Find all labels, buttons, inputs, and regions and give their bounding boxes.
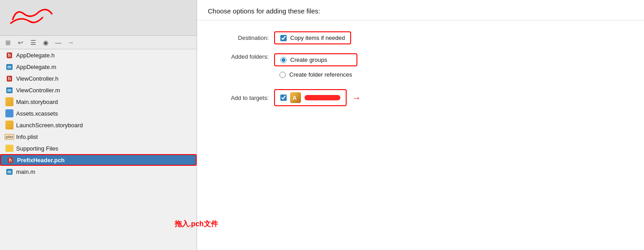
- file-name: Info.plist: [16, 134, 38, 140]
- svg-text:A: A: [292, 95, 297, 101]
- file-name: AppDelegate.h: [16, 52, 55, 59]
- radio-group-folders: Create groups Create folder references: [274, 53, 357, 80]
- toolbar-btn-1[interactable]: ⊞: [4, 38, 13, 47]
- file-name: LaunchScreen.storyboard: [16, 122, 83, 129]
- list-item[interactable]: Assets.xcassets: [0, 108, 197, 119]
- file-icon-pch: h: [6, 155, 14, 164]
- target-item-container: A: [274, 89, 347, 106]
- copy-items-checkbox[interactable]: [280, 35, 287, 41]
- sidebar-toolbar: ⊞ ↩ ☰ ◉ — →: [0, 36, 197, 49]
- list-item[interactable]: Supporting Files: [0, 142, 197, 154]
- main-panel: Choose options for adding these files: D…: [197, 0, 644, 250]
- list-item[interactable]: h AppDelegate.h: [0, 49, 197, 61]
- create-groups-container: Create groups: [274, 53, 357, 66]
- copy-items-checkbox-container: Copy items if needed: [274, 31, 351, 44]
- file-name: Assets.xcassets: [16, 110, 58, 117]
- list-item[interactable]: h ViewController.h: [0, 73, 197, 84]
- target-app-icon: A: [290, 92, 301, 103]
- file-name: Main.storyboard: [16, 99, 58, 105]
- toolbar-btn-3[interactable]: ☰: [29, 38, 38, 47]
- create-folder-refs-container: Create folder references: [274, 69, 357, 80]
- file-name: PrefixHeader.pch: [17, 157, 64, 164]
- file-icon-h: h: [5, 74, 13, 83]
- red-arrow-annotation: →: [352, 93, 361, 103]
- sidebar-header: [0, 0, 197, 36]
- list-item[interactable]: m main.m: [0, 166, 197, 177]
- file-icon-assets: [5, 109, 13, 118]
- file-icon-storyboard: [5, 97, 13, 106]
- create-groups-label: Create groups: [290, 56, 327, 63]
- target-checkbox[interactable]: [280, 95, 287, 101]
- toolbar-btn-2[interactable]: ↩: [16, 38, 25, 47]
- redacted-target-name: [305, 95, 340, 100]
- toolbar-btn-6[interactable]: →: [66, 38, 75, 47]
- destination-label: Destination:: [215, 34, 269, 41]
- panel-title: Choose options for adding these files:: [197, 0, 644, 21]
- file-icon-m: m: [5, 86, 13, 95]
- file-name: ViewController.m: [16, 87, 60, 94]
- create-folder-refs-radio[interactable]: [279, 72, 286, 78]
- list-item[interactable]: LaunchScreen.storyboard: [0, 119, 197, 131]
- red-squiggle-annotation: [9, 4, 54, 27]
- added-folders-row: Added folders: Create groups Create fold…: [215, 53, 626, 80]
- list-item[interactable]: m ViewController.m: [0, 84, 197, 96]
- file-name: AppDelegate.m: [16, 64, 56, 70]
- file-name: Supporting Files: [16, 145, 58, 152]
- add-to-targets-label: Add to targets:: [215, 95, 269, 101]
- options-area: Destination: Copy items if needed Added …: [197, 21, 644, 117]
- list-item-selected[interactable]: h PrefixHeader.pch: [0, 154, 197, 166]
- file-icon-folder: [5, 144, 13, 153]
- file-icon-m: m: [5, 62, 13, 71]
- file-list: h AppDelegate.h m AppDelegate.m h ViewCo…: [0, 49, 197, 250]
- file-icon-storyboard: [5, 121, 13, 129]
- destination-row: Destination: Copy items if needed: [215, 31, 626, 44]
- create-folder-refs-label: Create folder references: [289, 71, 352, 78]
- file-icon-h: h: [5, 51, 13, 60]
- file-name: main.m: [16, 168, 35, 175]
- file-name: ViewController.h: [16, 75, 58, 82]
- list-item[interactable]: m AppDelegate.m: [0, 61, 197, 73]
- file-icon-m: m: [5, 167, 13, 176]
- file-icon-plist: plist: [5, 132, 13, 141]
- drag-label-annotation: 拖入.pch文件: [175, 220, 218, 229]
- list-item[interactable]: plist Info.plist: [0, 131, 197, 142]
- add-to-targets-row: Add to targets: A: [215, 89, 626, 106]
- list-item[interactable]: Main.storyboard: [0, 96, 197, 108]
- sidebar: ⊞ ↩ ☰ ◉ — → h AppDelegate.h m AppDelegat…: [0, 0, 197, 250]
- added-folders-label: Added folders:: [215, 53, 269, 60]
- toolbar-btn-4[interactable]: ◉: [41, 38, 50, 47]
- copy-items-label: Copy items if needed: [290, 34, 345, 41]
- create-groups-radio[interactable]: [280, 57, 287, 63]
- toolbar-btn-5[interactable]: —: [54, 38, 63, 47]
